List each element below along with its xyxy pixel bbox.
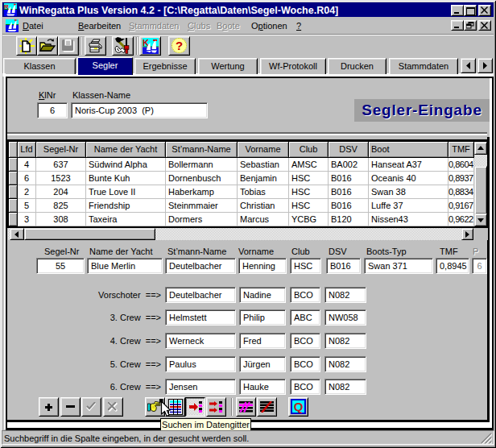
svg-text:R: R <box>4 3 9 10</box>
